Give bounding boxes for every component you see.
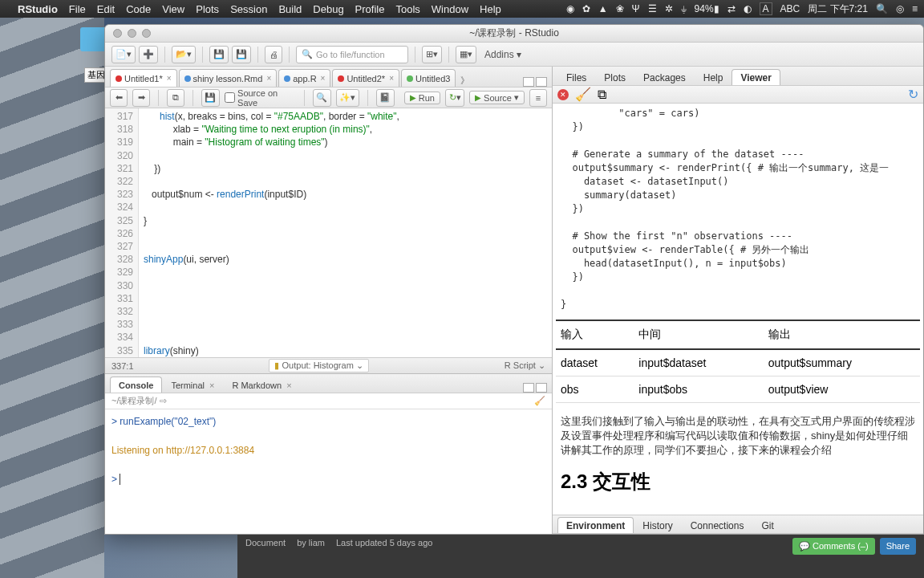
status-icon[interactable]: ◐ xyxy=(744,3,752,14)
menu-window[interactable]: Window xyxy=(432,3,468,15)
popout-viewer-icon[interactable]: ⧉ xyxy=(598,88,606,102)
tab-overflow[interactable]: 》 xyxy=(457,75,472,87)
spotlight-icon[interactable]: 🔍 xyxy=(876,3,888,14)
rerun-button[interactable]: ↻▾ xyxy=(445,89,464,107)
status-icon[interactable]: ▲ xyxy=(598,3,608,14)
ime-label[interactable]: ABC xyxy=(780,3,800,14)
table-row: dataset input$dataset output$summary xyxy=(556,349,920,377)
tab-app-r[interactable]: app.R× xyxy=(278,69,330,87)
menu-build[interactable]: Build xyxy=(278,3,302,15)
outline-button[interactable]: ≡ xyxy=(529,89,547,107)
status-icon[interactable]: ✿ xyxy=(582,3,590,14)
run-button[interactable]: ▶Run xyxy=(404,92,440,104)
stop-button[interactable]: ✕ xyxy=(557,89,569,100)
tab-history[interactable]: History xyxy=(634,517,681,533)
share-button[interactable]: Share xyxy=(880,538,916,555)
tab-untitled2[interactable]: Untitled2*× xyxy=(332,69,399,87)
close-icon[interactable]: × xyxy=(266,74,271,83)
tab-shiny-lesson[interactable]: shiny lesson.Rmd× xyxy=(179,69,278,87)
new-file-button[interactable]: 📄▾ xyxy=(111,46,136,63)
compile-report-button[interactable]: 📓 xyxy=(376,89,395,107)
grid-button[interactable]: ▦▾ xyxy=(456,46,476,63)
menu-view[interactable]: View xyxy=(162,3,184,15)
menu-plots[interactable]: Plots xyxy=(196,3,219,15)
show-in-new-window-button[interactable]: ⧉ xyxy=(167,89,184,107)
menu-code[interactable]: Code xyxy=(126,3,151,15)
source-tabs: Untitled1*× shiny lesson.Rmd× app.R× Unt… xyxy=(105,67,552,88)
tab-untitled3[interactable]: Untitled3 xyxy=(401,69,456,87)
console-output[interactable]: > runExample("02_text") Listening on htt… xyxy=(105,409,552,534)
goto-file-input[interactable]: 🔍 Go to file/function xyxy=(296,46,408,63)
save-button[interactable]: 💾 xyxy=(209,46,229,63)
status-icon[interactable]: ◉ xyxy=(566,3,574,14)
status-icon[interactable]: ⇄ xyxy=(727,3,736,14)
ime-indicator[interactable]: A xyxy=(760,2,772,15)
tab-rmarkdown[interactable]: R Markdown× xyxy=(223,377,300,393)
battery-status[interactable]: 94% ▮ xyxy=(695,3,719,14)
maximize-pane-icon[interactable] xyxy=(536,383,547,393)
new-project-button[interactable]: ➕ xyxy=(139,46,158,63)
back-button[interactable]: ⬅ xyxy=(110,89,128,107)
addins-menu[interactable]: Addins ▾ xyxy=(480,49,526,60)
minimize-pane-icon[interactable] xyxy=(523,77,534,87)
code-editor[interactable]: 3173183193203213223233243253263273283293… xyxy=(105,108,552,357)
tab-viewer[interactable]: Viewer xyxy=(732,69,780,85)
notification-icon[interactable]: ≡ xyxy=(912,3,918,14)
tab-untitled1[interactable]: Untitled1*× xyxy=(110,69,177,87)
status-icon[interactable]: ❀ xyxy=(616,3,624,14)
status-icon[interactable]: Ψ xyxy=(632,3,640,14)
menu-edit[interactable]: Edit xyxy=(97,3,115,15)
window-titlebar[interactable]: ~/课程录制 - RStudio xyxy=(105,25,923,43)
workspace-button[interactable]: ⊞▾ xyxy=(422,46,442,63)
menu-file[interactable]: File xyxy=(69,3,86,15)
comments-button[interactable]: 💬 Comments (–) xyxy=(792,538,875,555)
window-title: ~/课程录制 - RStudio xyxy=(105,26,923,40)
clear-viewer-icon[interactable]: 🧹 xyxy=(575,87,591,102)
forward-button[interactable]: ➡ xyxy=(132,89,150,107)
separator xyxy=(448,47,449,63)
app-name[interactable]: RStudio xyxy=(18,3,58,15)
tab-files[interactable]: Files xyxy=(557,69,595,85)
tab-terminal[interactable]: Terminal× xyxy=(162,377,223,393)
close-icon[interactable]: × xyxy=(389,74,394,83)
find-button[interactable]: 🔍 xyxy=(313,89,331,107)
maximize-pane-icon[interactable] xyxy=(536,77,547,87)
save-all-button[interactable]: 💾 xyxy=(232,46,251,63)
close-icon[interactable]: × xyxy=(321,74,326,83)
clear-console-icon[interactable]: 🧹 xyxy=(534,396,545,406)
print-button[interactable]: 🖨 xyxy=(265,46,282,63)
menu-help[interactable]: Help xyxy=(480,3,501,15)
viewer-heading: 2.3 交互性 xyxy=(553,464,923,499)
chunk-label[interactable]: ▮ Output: Histogram ⌄ xyxy=(269,359,368,372)
source-button[interactable]: ▶Source ▾ xyxy=(469,91,525,104)
tab-git[interactable]: Git xyxy=(752,517,782,533)
menu-profile[interactable]: Profile xyxy=(355,3,385,15)
background-app-bar: Document by liam Last updated 5 days ago… xyxy=(237,535,924,578)
tab-plots[interactable]: Plots xyxy=(595,69,634,85)
tab-help[interactable]: Help xyxy=(695,69,732,85)
file-type-label[interactable]: R Script ⌄ xyxy=(505,360,545,371)
siri-icon[interactable]: ◎ xyxy=(896,3,904,14)
clock[interactable]: 周二 下午7:21 xyxy=(808,2,868,16)
tab-packages[interactable]: Packages xyxy=(634,69,695,85)
menu-tools[interactable]: Tools xyxy=(395,3,419,15)
status-icon[interactable]: ☰ xyxy=(648,3,657,14)
tab-console[interactable]: Console xyxy=(110,377,162,393)
menu-debug[interactable]: Debug xyxy=(313,3,343,15)
code-tools-button[interactable]: ✨▾ xyxy=(336,89,359,107)
wifi-icon[interactable]: ⏚ xyxy=(681,3,687,14)
viewer-content[interactable]: "cars" = cars) }) # Generate a summary o… xyxy=(553,104,923,515)
cursor-position: 337:1 xyxy=(111,361,134,371)
open-file-button[interactable]: 📂▾ xyxy=(172,46,196,63)
tab-environment[interactable]: Environment xyxy=(557,517,634,533)
minimize-pane-icon[interactable] xyxy=(523,383,534,393)
menu-session[interactable]: Session xyxy=(230,3,267,15)
status-icon[interactable]: ✲ xyxy=(665,3,673,14)
console-pane: Console Terminal× R Markdown× ~/课程录制/ ⇨ … xyxy=(105,374,552,534)
mac-menubar: RStudio File Edit Code View Plots Sessio… xyxy=(0,0,924,18)
source-on-save-checkbox[interactable]: Source on Save xyxy=(225,88,296,108)
save-button[interactable]: 💾 xyxy=(201,89,220,107)
tab-connections[interactable]: Connections xyxy=(682,517,753,533)
refresh-icon[interactable]: ↻ xyxy=(908,87,918,102)
close-icon[interactable]: × xyxy=(167,74,172,83)
